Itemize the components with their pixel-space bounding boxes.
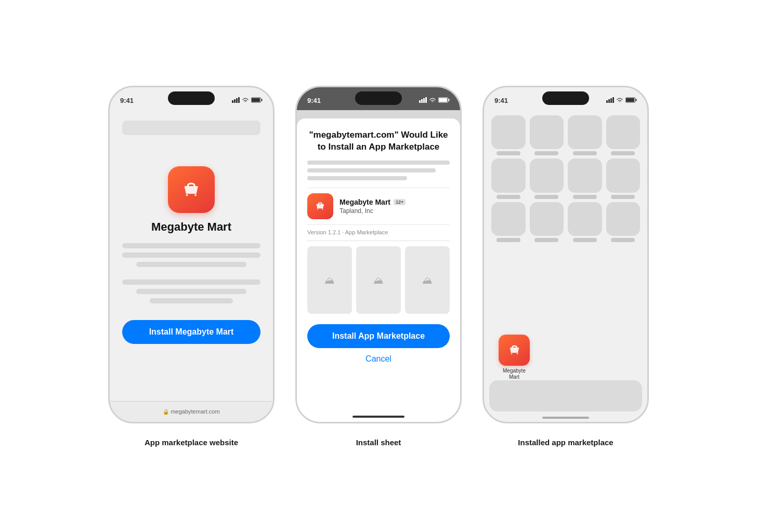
phone2-column: 9:41 (295, 86, 462, 447)
svg-rect-24 (626, 98, 634, 102)
svg-rect-23 (636, 99, 637, 101)
grid-label (573, 151, 597, 155)
age-badge: 12+ (394, 199, 406, 205)
divider (307, 241, 450, 241)
home-grid-area (484, 110, 647, 251)
signal-icon-2 (419, 97, 427, 104)
cancel-button[interactable]: Cancel (307, 348, 450, 370)
grid-row-2 (491, 158, 640, 199)
developer-name: Tapland, Inc (340, 207, 406, 215)
desc-line (136, 289, 247, 294)
grid-icon (606, 115, 641, 150)
app-name-row: Megabyte Mart 12+ (340, 198, 406, 206)
desc-line (122, 252, 260, 258)
browser-bottom-bar-1: 🔒 megabytemart.com (110, 401, 273, 422)
browser-bar (122, 121, 260, 135)
signal-icon-1 (232, 97, 240, 104)
svg-point-8 (194, 194, 197, 196)
wifi-icon-3 (616, 97, 623, 104)
svg-rect-5 (262, 99, 263, 101)
grid-label (534, 238, 558, 242)
installed-app-label: MegabyteMart (503, 368, 526, 380)
grid-cell (568, 115, 602, 156)
grid-cell (606, 115, 641, 156)
install-app-marketplace-button[interactable]: Install App Marketplace (307, 324, 450, 348)
svg-rect-14 (449, 99, 450, 101)
grid-icon (568, 202, 602, 236)
grid-icon (530, 115, 564, 150)
grid-label (611, 195, 635, 199)
wifi-icon-2 (429, 97, 436, 104)
grid-cell (606, 158, 641, 199)
grid-cell (491, 202, 526, 243)
app-name-1: Megabyte Mart (151, 220, 231, 234)
grid-cell (491, 115, 526, 156)
desc-line (307, 168, 436, 172)
grid-cell (568, 202, 602, 243)
signal-icon-3 (606, 97, 614, 104)
screenshot-3: ⛰ (405, 246, 450, 314)
grid-icon (491, 158, 526, 193)
home-indicator-3 (542, 417, 589, 419)
url-text-1: megabytemart.com (171, 408, 219, 415)
status-icons-1 (232, 97, 263, 104)
install-megabyte-mart-button[interactable]: Install Megabyte Mart (122, 320, 260, 344)
app-info-row: Megabyte Mart 12+ Tapland, Inc (307, 188, 450, 225)
phone1-column: 9:41 (108, 86, 275, 447)
desc-line (307, 176, 407, 180)
app-name-2: Megabyte Mart (340, 198, 390, 206)
grid-icon (530, 202, 564, 236)
installed-app-area: MegabyteMart (499, 335, 530, 380)
image-placeholder-icon-1: ⛰ (324, 274, 335, 286)
dynamic-island-1 (168, 91, 215, 105)
svg-rect-20 (610, 98, 612, 103)
grid-icon (530, 158, 564, 193)
svg-rect-6 (252, 98, 260, 102)
grid-cell (491, 158, 526, 199)
svg-rect-15 (439, 98, 447, 102)
svg-point-26 (516, 353, 518, 354)
image-placeholder-icon-3: ⛰ (422, 274, 433, 286)
battery-icon-3 (625, 97, 637, 104)
install-sheet: "megabytemart.com" Would Like to Install… (297, 118, 460, 422)
phone3-content: MegabyteMart (484, 110, 647, 422)
svg-rect-9 (419, 100, 421, 103)
svg-rect-3 (238, 97, 240, 103)
status-time-2: 9:41 (307, 97, 321, 104)
status-time-1: 9:41 (120, 97, 134, 104)
svg-rect-19 (608, 99, 610, 103)
app-icon-large-1 (168, 166, 215, 213)
grid-icon (568, 158, 602, 193)
grid-icon (491, 202, 526, 236)
status-icons-3 (606, 97, 637, 104)
phone2-label: Install sheet (356, 438, 401, 447)
phones-comparison-row: 9:41 (67, 86, 690, 447)
grid-cell (530, 158, 564, 199)
dock-bar (489, 380, 642, 411)
svg-rect-10 (421, 99, 423, 103)
grid-icon (491, 115, 526, 150)
status-icons-2 (419, 97, 450, 104)
home-indicator-2 (353, 416, 404, 418)
battery-icon-2 (438, 97, 450, 104)
grid-label (573, 238, 597, 242)
sheet-desc-lines (307, 161, 450, 180)
svg-rect-18 (606, 100, 608, 103)
app-info-text: Megabyte Mart 12+ Tapland, Inc (340, 198, 406, 215)
phone1-label: App marketplace website (145, 438, 238, 447)
desc-line (122, 243, 260, 248)
dynamic-island-2 (355, 91, 402, 105)
app-icon-small-2 (307, 193, 333, 219)
desc-line (122, 280, 260, 285)
version-info: Version 1.2.1 · App Marketplace (307, 229, 450, 235)
svg-point-7 (186, 194, 188, 196)
svg-rect-2 (236, 98, 238, 103)
grid-label (497, 195, 520, 199)
grid-label (611, 238, 635, 242)
phone3-label: Installed app marketplace (518, 438, 613, 447)
phone2-frame: 9:41 (295, 86, 462, 423)
svg-point-16 (317, 209, 318, 210)
svg-point-17 (322, 209, 323, 210)
status-time-3: 9:41 (494, 97, 508, 104)
grid-icon (606, 158, 641, 193)
